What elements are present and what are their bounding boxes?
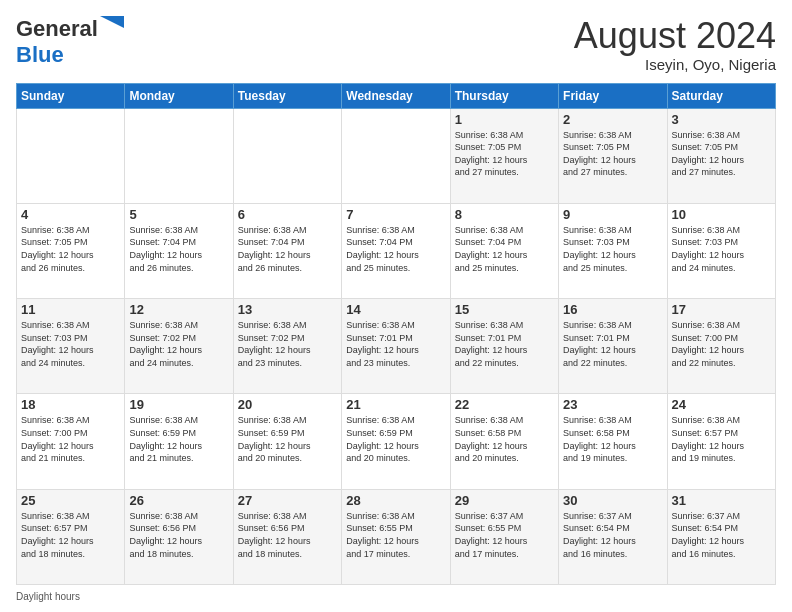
day-info: Sunrise: 6:38 AM Sunset: 7:01 PM Dayligh…: [455, 319, 554, 369]
calendar-cell: 26Sunrise: 6:38 AM Sunset: 6:56 PM Dayli…: [125, 489, 233, 584]
day-number: 26: [129, 493, 228, 508]
day-number: 28: [346, 493, 445, 508]
day-of-week-thursday: Thursday: [450, 83, 558, 108]
day-number: 29: [455, 493, 554, 508]
day-info: Sunrise: 6:38 AM Sunset: 6:58 PM Dayligh…: [455, 414, 554, 464]
day-of-week-tuesday: Tuesday: [233, 83, 341, 108]
calendar-cell: 30Sunrise: 6:37 AM Sunset: 6:54 PM Dayli…: [559, 489, 667, 584]
day-number: 9: [563, 207, 662, 222]
day-info: Sunrise: 6:38 AM Sunset: 7:04 PM Dayligh…: [129, 224, 228, 274]
day-number: 8: [455, 207, 554, 222]
day-number: 24: [672, 397, 771, 412]
day-info: Sunrise: 6:38 AM Sunset: 7:05 PM Dayligh…: [563, 129, 662, 179]
header: General Blue August 2024 Iseyin, Oyo, Ni…: [16, 16, 776, 73]
calendar-cell: 20Sunrise: 6:38 AM Sunset: 6:59 PM Dayli…: [233, 394, 341, 489]
day-number: 7: [346, 207, 445, 222]
day-info: Sunrise: 6:38 AM Sunset: 7:04 PM Dayligh…: [346, 224, 445, 274]
calendar-cell: 3Sunrise: 6:38 AM Sunset: 7:05 PM Daylig…: [667, 108, 775, 203]
day-number: 30: [563, 493, 662, 508]
calendar-cell: [125, 108, 233, 203]
day-number: 13: [238, 302, 337, 317]
calendar-cell: 22Sunrise: 6:38 AM Sunset: 6:58 PM Dayli…: [450, 394, 558, 489]
footer-text: Daylight hours: [16, 591, 80, 602]
calendar-week-4: 18Sunrise: 6:38 AM Sunset: 7:00 PM Dayli…: [17, 394, 776, 489]
day-info: Sunrise: 6:38 AM Sunset: 6:58 PM Dayligh…: [563, 414, 662, 464]
calendar-cell: 6Sunrise: 6:38 AM Sunset: 7:04 PM Daylig…: [233, 203, 341, 298]
calendar-cell: 4Sunrise: 6:38 AM Sunset: 7:05 PM Daylig…: [17, 203, 125, 298]
day-info: Sunrise: 6:38 AM Sunset: 7:05 PM Dayligh…: [455, 129, 554, 179]
day-info: Sunrise: 6:38 AM Sunset: 7:03 PM Dayligh…: [672, 224, 771, 274]
calendar-cell: 10Sunrise: 6:38 AM Sunset: 7:03 PM Dayli…: [667, 203, 775, 298]
day-info: Sunrise: 6:38 AM Sunset: 7:04 PM Dayligh…: [238, 224, 337, 274]
day-info: Sunrise: 6:38 AM Sunset: 7:01 PM Dayligh…: [563, 319, 662, 369]
calendar-cell: 9Sunrise: 6:38 AM Sunset: 7:03 PM Daylig…: [559, 203, 667, 298]
svg-marker-0: [100, 16, 124, 28]
day-number: 21: [346, 397, 445, 412]
calendar-cell: 27Sunrise: 6:38 AM Sunset: 6:56 PM Dayli…: [233, 489, 341, 584]
day-info: Sunrise: 6:38 AM Sunset: 7:03 PM Dayligh…: [563, 224, 662, 274]
day-number: 27: [238, 493, 337, 508]
calendar-cell: 14Sunrise: 6:38 AM Sunset: 7:01 PM Dayli…: [342, 299, 450, 394]
calendar-cell: 12Sunrise: 6:38 AM Sunset: 7:02 PM Dayli…: [125, 299, 233, 394]
day-number: 18: [21, 397, 120, 412]
day-info: Sunrise: 6:37 AM Sunset: 6:54 PM Dayligh…: [563, 510, 662, 560]
calendar-cell: 15Sunrise: 6:38 AM Sunset: 7:01 PM Dayli…: [450, 299, 558, 394]
day-info: Sunrise: 6:38 AM Sunset: 7:05 PM Dayligh…: [672, 129, 771, 179]
calendar-cell: [342, 108, 450, 203]
calendar-cell: 21Sunrise: 6:38 AM Sunset: 6:59 PM Dayli…: [342, 394, 450, 489]
calendar-week-2: 4Sunrise: 6:38 AM Sunset: 7:05 PM Daylig…: [17, 203, 776, 298]
calendar-table: SundayMondayTuesdayWednesdayThursdayFrid…: [16, 83, 776, 585]
day-info: Sunrise: 6:38 AM Sunset: 6:56 PM Dayligh…: [129, 510, 228, 560]
day-info: Sunrise: 6:37 AM Sunset: 6:54 PM Dayligh…: [672, 510, 771, 560]
calendar-cell: 25Sunrise: 6:38 AM Sunset: 6:57 PM Dayli…: [17, 489, 125, 584]
calendar-cell: 24Sunrise: 6:38 AM Sunset: 6:57 PM Dayli…: [667, 394, 775, 489]
day-of-week-wednesday: Wednesday: [342, 83, 450, 108]
calendar-cell: [17, 108, 125, 203]
day-of-week-monday: Monday: [125, 83, 233, 108]
day-info: Sunrise: 6:38 AM Sunset: 6:59 PM Dayligh…: [346, 414, 445, 464]
logo: General Blue: [16, 16, 124, 68]
calendar-cell: 5Sunrise: 6:38 AM Sunset: 7:04 PM Daylig…: [125, 203, 233, 298]
page: General Blue August 2024 Iseyin, Oyo, Ni…: [0, 0, 792, 612]
day-info: Sunrise: 6:38 AM Sunset: 6:55 PM Dayligh…: [346, 510, 445, 560]
location: Iseyin, Oyo, Nigeria: [574, 56, 776, 73]
calendar-week-3: 11Sunrise: 6:38 AM Sunset: 7:03 PM Dayli…: [17, 299, 776, 394]
day-info: Sunrise: 6:38 AM Sunset: 7:03 PM Dayligh…: [21, 319, 120, 369]
calendar-cell: 28Sunrise: 6:38 AM Sunset: 6:55 PM Dayli…: [342, 489, 450, 584]
header-right: August 2024 Iseyin, Oyo, Nigeria: [574, 16, 776, 73]
day-number: 14: [346, 302, 445, 317]
day-info: Sunrise: 6:38 AM Sunset: 6:57 PM Dayligh…: [21, 510, 120, 560]
day-number: 12: [129, 302, 228, 317]
day-number: 22: [455, 397, 554, 412]
day-number: 25: [21, 493, 120, 508]
day-info: Sunrise: 6:38 AM Sunset: 7:01 PM Dayligh…: [346, 319, 445, 369]
day-number: 6: [238, 207, 337, 222]
calendar-cell: 16Sunrise: 6:38 AM Sunset: 7:01 PM Dayli…: [559, 299, 667, 394]
calendar-cell: 2Sunrise: 6:38 AM Sunset: 7:05 PM Daylig…: [559, 108, 667, 203]
calendar-cell: 23Sunrise: 6:38 AM Sunset: 6:58 PM Dayli…: [559, 394, 667, 489]
calendar-cell: 18Sunrise: 6:38 AM Sunset: 7:00 PM Dayli…: [17, 394, 125, 489]
calendar-cell: 19Sunrise: 6:38 AM Sunset: 6:59 PM Dayli…: [125, 394, 233, 489]
day-of-week-sunday: Sunday: [17, 83, 125, 108]
day-info: Sunrise: 6:38 AM Sunset: 6:56 PM Dayligh…: [238, 510, 337, 560]
calendar-header-row: SundayMondayTuesdayWednesdayThursdayFrid…: [17, 83, 776, 108]
day-number: 3: [672, 112, 771, 127]
day-number: 17: [672, 302, 771, 317]
calendar-cell: 1Sunrise: 6:38 AM Sunset: 7:05 PM Daylig…: [450, 108, 558, 203]
day-of-week-friday: Friday: [559, 83, 667, 108]
day-number: 16: [563, 302, 662, 317]
calendar-cell: 7Sunrise: 6:38 AM Sunset: 7:04 PM Daylig…: [342, 203, 450, 298]
footer: Daylight hours: [16, 591, 776, 602]
day-number: 11: [21, 302, 120, 317]
calendar-cell: 29Sunrise: 6:37 AM Sunset: 6:55 PM Dayli…: [450, 489, 558, 584]
day-info: Sunrise: 6:38 AM Sunset: 7:02 PM Dayligh…: [129, 319, 228, 369]
calendar-week-5: 25Sunrise: 6:38 AM Sunset: 6:57 PM Dayli…: [17, 489, 776, 584]
day-number: 31: [672, 493, 771, 508]
day-info: Sunrise: 6:38 AM Sunset: 7:04 PM Dayligh…: [455, 224, 554, 274]
day-info: Sunrise: 6:38 AM Sunset: 6:59 PM Dayligh…: [238, 414, 337, 464]
calendar-cell: 11Sunrise: 6:38 AM Sunset: 7:03 PM Dayli…: [17, 299, 125, 394]
day-number: 5: [129, 207, 228, 222]
calendar-cell: 13Sunrise: 6:38 AM Sunset: 7:02 PM Dayli…: [233, 299, 341, 394]
day-number: 10: [672, 207, 771, 222]
month-year: August 2024: [574, 16, 776, 56]
